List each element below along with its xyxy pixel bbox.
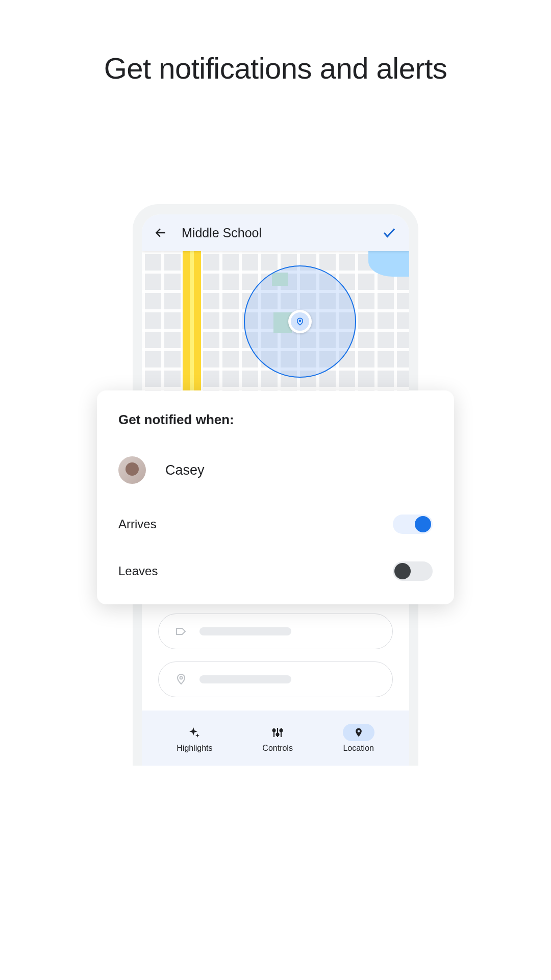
nav-location[interactable]: Location bbox=[343, 724, 374, 753]
map-road bbox=[183, 251, 201, 394]
input-list bbox=[158, 614, 393, 709]
sliders-icon bbox=[271, 726, 284, 739]
notification-card: Get notified when: Casey Arrives Leaves bbox=[97, 390, 454, 604]
person-name: Casey bbox=[165, 462, 205, 478]
person-row: Casey bbox=[118, 456, 433, 484]
nav-highlights[interactable]: Highlights bbox=[177, 724, 212, 753]
arrives-row: Arrives bbox=[118, 514, 433, 534]
svg-point-2 bbox=[180, 677, 183, 679]
switch-thumb bbox=[394, 563, 411, 579]
hero-title: Get notifications and alerts bbox=[0, 0, 551, 85]
switch-thumb bbox=[415, 516, 431, 532]
svg-point-7 bbox=[277, 733, 279, 736]
location-pin-icon bbox=[354, 726, 364, 739]
nav-label: Location bbox=[343, 744, 374, 753]
location-pin[interactable] bbox=[288, 310, 312, 333]
nav-icon-wrap bbox=[179, 724, 210, 741]
leaves-row: Leaves bbox=[118, 561, 433, 581]
svg-point-1 bbox=[299, 320, 300, 322]
map-view[interactable] bbox=[142, 251, 409, 394]
tag-icon bbox=[175, 625, 187, 638]
arrives-toggle[interactable] bbox=[393, 514, 433, 534]
nav-label: Controls bbox=[262, 744, 293, 753]
pin-icon bbox=[291, 312, 309, 331]
app-bar-title: Middle School bbox=[182, 226, 367, 240]
label-input[interactable] bbox=[158, 614, 393, 649]
nav-icon-wrap bbox=[262, 724, 293, 741]
app-bar: Middle School bbox=[142, 214, 409, 251]
svg-point-6 bbox=[273, 729, 276, 731]
nav-controls[interactable]: Controls bbox=[262, 724, 293, 753]
bottom-nav: Highlights Controls bbox=[142, 710, 409, 766]
placeholder-line bbox=[199, 675, 291, 683]
svg-point-8 bbox=[280, 729, 283, 731]
card-title: Get notified when: bbox=[118, 412, 433, 428]
back-arrow-icon[interactable] bbox=[154, 226, 167, 239]
nav-label: Highlights bbox=[177, 744, 212, 753]
nav-icon-wrap bbox=[343, 724, 374, 741]
pin-outline-icon bbox=[175, 673, 187, 685]
confirm-check-icon[interactable] bbox=[382, 225, 397, 240]
avatar bbox=[118, 456, 146, 484]
svg-point-9 bbox=[357, 730, 360, 732]
arrives-label: Arrives bbox=[118, 517, 157, 531]
leaves-toggle[interactable] bbox=[393, 561, 433, 581]
leaves-label: Leaves bbox=[118, 564, 158, 578]
location-input[interactable] bbox=[158, 662, 393, 697]
placeholder-line bbox=[199, 627, 291, 635]
sparkle-icon bbox=[188, 726, 201, 739]
